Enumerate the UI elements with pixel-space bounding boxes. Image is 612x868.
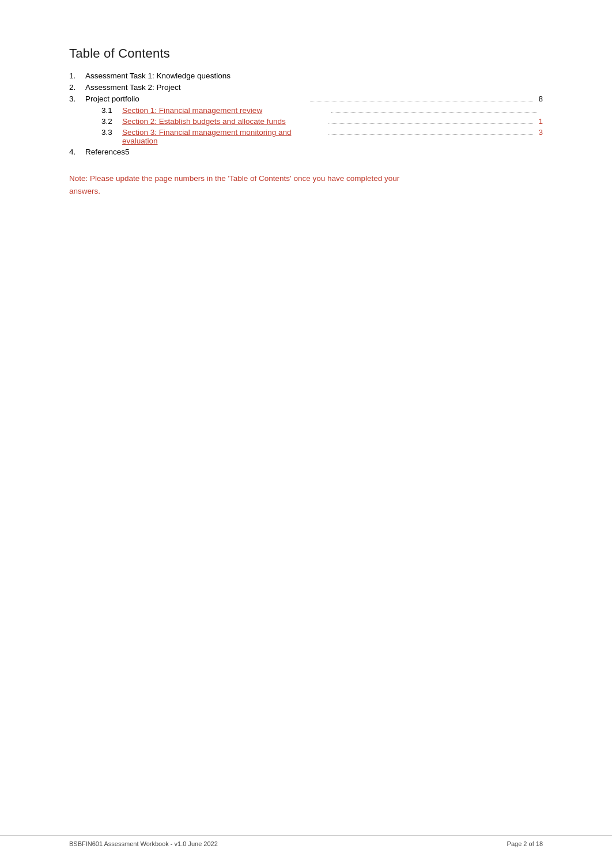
toc-list: 1. Assessment Task 1: Knowledge question… [69,71,543,156]
toc-item-1: 1. Assessment Task 1: Knowledge question… [69,71,543,80]
toc-link-3-3[interactable]: Section 3: Financial management monitori… [122,128,326,145]
toc-note: Note: Please update the page numbers in … [69,172,426,197]
toc-leader-3-1 [331,112,537,113]
toc-heading: Table of Contents [69,46,543,61]
toc-number-4: 4. [69,148,85,156]
toc-label-3: Project portfolio [85,95,308,103]
toc-number-3: 3. [69,95,85,103]
page-footer: BSBFIN601 Assessment Workbook - v1.0 Jun… [0,835,612,847]
toc-leader-3-3 [328,134,532,135]
footer-left-text: BSBFIN601 Assessment Workbook - v1.0 Jun… [69,840,218,847]
toc-label-1: Assessment Task 1: Knowledge questions [85,71,543,80]
toc-link-3-1[interactable]: Section 1: Financial management review [122,106,328,115]
toc-link-3-2[interactable]: Section 2: Establish budgets and allocat… [122,117,326,126]
toc-item-2: 2. Assessment Task 2: Project [69,83,543,92]
toc-number-1: 1. [69,71,85,80]
toc-leader-3-2 [328,123,532,124]
toc-page-3: 8 [539,95,543,103]
toc-item-4: 4. References5 [69,148,543,156]
toc-sub-number-3-3: 3.3 [101,128,122,137]
toc-label-4: References5 [85,148,543,156]
toc-leader-3 [310,101,532,101]
toc-sub-item-3-1: 3.1 Section 1: Financial management revi… [69,106,543,115]
toc-label-2: Assessment Task 2: Project [85,83,543,92]
toc-page-3-3: 3 [539,128,543,137]
footer-right-text: Page 2 of 18 [507,840,543,847]
toc-sub-number-3-2: 3.2 [101,117,122,126]
page: Table of Contents 1. Assessment Task 1: … [0,0,612,868]
toc-item-3: 3. Project portfolio 8 [69,95,543,103]
toc-sub-item-3-3: 3.3 Section 3: Financial management moni… [69,128,543,145]
toc-sub-number-3-1: 3.1 [101,106,122,115]
toc-page-3-2: 1 [539,117,543,126]
toc-number-2: 2. [69,83,85,92]
toc-sub-item-3-2: 3.2 Section 2: Establish budgets and all… [69,117,543,126]
